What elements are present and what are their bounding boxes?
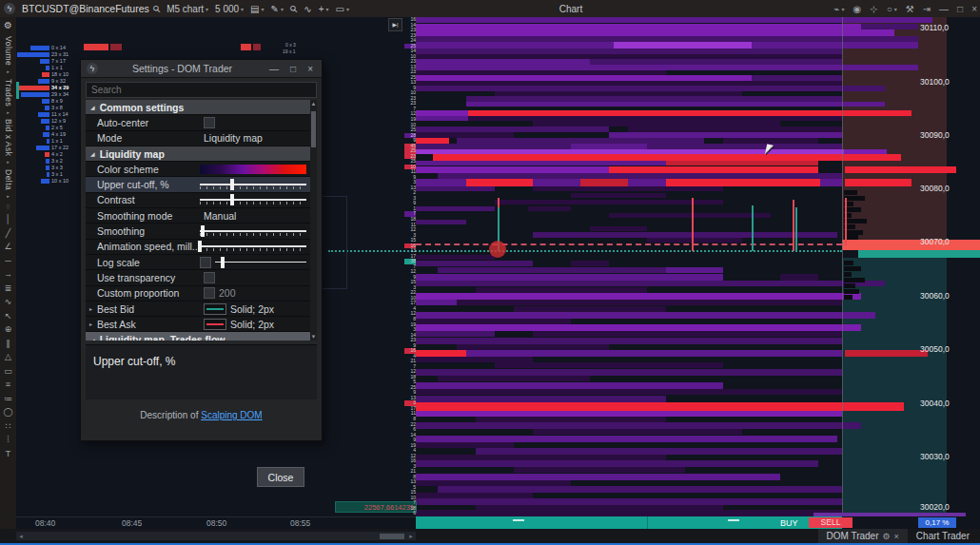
settings-row-best-ask[interactable]: ▸Best AskSolid; 2px (86, 317, 310, 332)
checkbox[interactable] (204, 272, 215, 283)
pin-icon[interactable]: ⇥ (923, 4, 931, 14)
checkbox[interactable] (204, 287, 215, 299)
search-icon[interactable]: ⚲ (153, 4, 160, 14)
settings-section-header[interactable]: ◢Liquidity map. Trades flow (86, 332, 310, 341)
dialog-close-icon[interactable]: × (304, 64, 316, 74)
horizontal-scrollbar[interactable]: ◂ ▸ (16, 532, 416, 540)
rectangle-tool-icon[interactable]: ▭ (0, 363, 16, 378)
settings-row-smoothing-mode[interactable]: Smoothing modeManual (86, 208, 310, 224)
trendline-tool-icon[interactable]: ╱ (0, 225, 16, 240)
ellipse-tool-icon[interactable]: ◯ (0, 405, 16, 419)
sidebar-item-volume[interactable]: Volume ▸ (4, 36, 13, 75)
maximize-icon[interactable]: □ (957, 4, 963, 14)
scalping-dom-link[interactable]: Scalping DOM (201, 410, 262, 420)
timeframe-select[interactable]: M5 chart▾ (167, 4, 208, 14)
setting-value-text[interactable]: Liquidity map (204, 132, 263, 144)
text-tool-icon[interactable]: T (0, 446, 16, 460)
scrollbar-thumb[interactable] (311, 111, 316, 147)
pointer-tool-icon[interactable]: ↖ (0, 308, 16, 322)
settings-row-smoothing[interactable]: Smoothing (86, 224, 310, 239)
screenshot-icon[interactable]: ◉ (853, 4, 862, 14)
scroll-down-icon[interactable]: ▼ (310, 334, 317, 340)
scroll-right-icon[interactable]: ▸ (406, 533, 416, 540)
fullscreen-icon[interactable]: ⊹ (870, 4, 877, 14)
color-link-icon[interactable]: ○▾ (887, 4, 897, 14)
settings-row-mode[interactable]: ModeLiquidity map (86, 131, 310, 146)
slider[interactable] (200, 241, 306, 252)
slider[interactable] (215, 257, 306, 268)
tools-icon[interactable]: ⚒ (906, 4, 914, 14)
slider[interactable] (200, 194, 306, 205)
dialog-minimize-icon[interactable]: — (266, 64, 282, 74)
checkbox[interactable] (200, 257, 211, 268)
sidebar-item-delta[interactable]: Delta ▸ (4, 169, 13, 200)
add-indicator-icon[interactable]: +▾ (319, 4, 329, 14)
color-scheme-swatch[interactable] (200, 165, 306, 174)
sell-button[interactable]: SELL (809, 517, 853, 528)
settings-row-animation-speed-mill-[interactable]: Animation speed, mill... (86, 240, 310, 255)
hscroll-thumb[interactable] (380, 534, 404, 539)
pin-icon[interactable]: ⇥ (923, 4, 931, 14)
close-icon[interactable]: × (971, 4, 977, 14)
zoom-icon[interactable]: ⚲ (290, 4, 297, 14)
panels-icon[interactable]: ▤▾ (250, 4, 264, 14)
color-link-icon[interactable]: ○ (887, 4, 892, 14)
fullscreen-icon[interactable]: ⊹ (870, 4, 877, 14)
settings-row-use-transparency[interactable]: Use transparency (86, 270, 310, 285)
grid-tool-icon[interactable]: ∷ (0, 418, 16, 433)
setting-value-number[interactable]: 200 (219, 287, 236, 299)
window-layout-icon[interactable]: ▭▾ (336, 4, 349, 14)
contracts-select[interactable]: 5 000▾ (215, 4, 244, 14)
sidebar-item-bid-x-ask[interactable]: Bid x Ask ▸ (4, 119, 13, 165)
link-chart-icon[interactable]: ⌁▾ (834, 4, 845, 14)
tools-icon[interactable]: ⚒ (906, 4, 914, 14)
scroll-up-icon[interactable]: ▲ (310, 101, 317, 107)
dialog-scrollbar[interactable]: ▲ ▼ (310, 100, 317, 341)
sidebar-item-trades[interactable]: Trades ▸ (4, 79, 13, 116)
triangle-tool-icon[interactable]: △ (0, 350, 16, 364)
close-icon[interactable]: × (971, 4, 977, 14)
slider-handle[interactable] (221, 257, 225, 268)
parallel-channel-tool-icon[interactable]: ∥ (0, 336, 16, 350)
line-style-swatch[interactable] (204, 303, 226, 315)
horizontal-line-tool-icon[interactable]: ─ (0, 253, 16, 267)
settings-row-color-scheme[interactable]: Color scheme (86, 162, 310, 177)
tab-close-icon[interactable]: × (894, 532, 899, 541)
settings-search-input[interactable] (86, 82, 317, 98)
tab-dom-trader[interactable]: DOM Trader⚙× (818, 529, 908, 543)
slider-handle[interactable] (230, 179, 234, 190)
checkbox[interactable] (204, 117, 215, 128)
go-to-realtime-button[interactable]: ▶| (388, 18, 402, 31)
settings-section-header[interactable]: ◢Common settings (86, 100, 310, 115)
anchor-tool-icon[interactable]: ⊕ (0, 322, 16, 337)
settings-row-best-bid[interactable]: ▸Best BidSolid; 2px (86, 302, 310, 317)
settings-row-log-scale[interactable]: Log scale (86, 255, 310, 270)
settings-row-auto-center[interactable]: Auto-center (86, 115, 310, 130)
close-button[interactable]: Close (257, 467, 304, 487)
slider-handle[interactable] (198, 241, 202, 252)
slider-handle[interactable] (201, 225, 205, 237)
levels-tool-icon[interactable]: ≣ (0, 281, 16, 295)
dialog-titlebar[interactable]: ϟ Settings - DOM Trader — □ × (81, 60, 322, 78)
settings-row-contrast[interactable]: Contrast (86, 193, 310, 208)
symbol-label[interactable]: BTCUSDT@BinanceFutures (22, 3, 149, 14)
tab-settings-gear-icon[interactable]: ⚙ (883, 532, 891, 541)
slider[interactable] (200, 225, 306, 237)
angle-tool-icon[interactable]: ∠ (0, 240, 16, 254)
slider-handle[interactable] (230, 194, 234, 205)
crosshair-tool-icon[interactable]: │ (0, 212, 16, 226)
link-chart-icon[interactable]: ⌁ (834, 4, 840, 14)
scroll-left-icon[interactable]: ◂ (16, 533, 26, 540)
settings-row-upper-cut-off-[interactable]: Upper cut-off, % (86, 177, 310, 192)
settings-gear-icon[interactable]: ⚙ (4, 20, 12, 30)
dialog-maximize-icon[interactable]: □ (287, 64, 299, 74)
draw-icon[interactable]: ✎▾ (271, 4, 284, 14)
maximize-icon[interactable]: □ (957, 4, 963, 14)
minimize-icon[interactable]: — (939, 4, 949, 14)
polyline-tool-icon[interactable]: ∿ (0, 295, 16, 309)
chart-style-icon[interactable]: ∿ (304, 4, 311, 14)
settings-row-custom-proportion[interactable]: Custom proportion200 (86, 286, 310, 302)
minimize-icon[interactable]: — (939, 4, 949, 14)
tab-chart-trader[interactable]: Chart Trader (908, 529, 978, 543)
volume-profile-tool-icon[interactable]: ≡ (0, 378, 16, 392)
